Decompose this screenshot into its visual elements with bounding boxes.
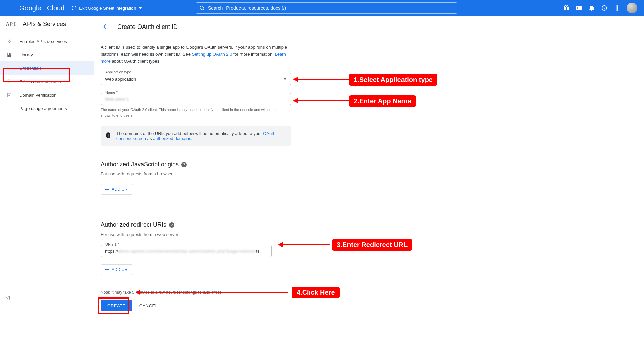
- help-icon[interactable]: ?: [601, 5, 608, 11]
- sidebar-item-label: Library: [19, 52, 33, 57]
- plus-icon: [105, 268, 109, 272]
- sidebar-item-label: Enabled APIs & services: [19, 39, 67, 44]
- credentials-icon: ⊶: [6, 65, 13, 71]
- svg-rect-0: [7, 6, 13, 6]
- sidebar: API APIs & Services ✧ Enabled APIs & ser…: [0, 16, 94, 357]
- enabled-apis-icon: ✧: [6, 38, 13, 45]
- search-label: Search: [208, 5, 223, 11]
- svg-point-11: [565, 6, 566, 7]
- svg-point-4: [75, 6, 76, 7]
- sidebar-item-usage[interactable]: ≣ Page usage agreements: [0, 102, 94, 115]
- library-icon: 𝍎: [6, 51, 13, 58]
- svg-line-7: [203, 9, 204, 10]
- sidebar-item-label: Page usage agreements: [19, 106, 67, 111]
- usage-icon: ≣: [6, 105, 13, 112]
- description: A client ID is used to identify a single…: [101, 44, 292, 65]
- api-logo-icon: API: [6, 21, 17, 28]
- uri1-field: URIs 1 * https://demo.wpmet.com/elements…: [101, 245, 329, 257]
- annotation-arrow-3: [280, 244, 330, 245]
- info-box: i The domains of the URIs you add below …: [101, 126, 291, 146]
- annotation-arrow-2: [295, 100, 349, 101]
- annotation-4: 4.Click Here: [292, 287, 340, 298]
- collapse-sidebar-icon[interactable]: ◁: [6, 295, 10, 300]
- menu-icon[interactable]: [3, 0, 17, 16]
- uri1-label: URIs 1 *: [104, 242, 120, 246]
- search-icon: [199, 5, 205, 11]
- search-input[interactable]: Search Products, resources, docs (/): [196, 2, 457, 14]
- sidebar-item-enabled-apis[interactable]: ✧ Enabled APIs & services: [0, 35, 94, 48]
- svg-text:?: ?: [603, 6, 605, 10]
- sidebar-item-consent[interactable]: ⠿ OAuth consent screen: [0, 75, 94, 88]
- svg-point-3: [72, 6, 73, 7]
- page-header: Create OAuth client ID: [94, 16, 644, 38]
- name-label: Name *: [104, 90, 119, 94]
- svg-rect-13: [576, 6, 582, 10]
- link-authorized-domains[interactable]: authorized domains: [153, 136, 191, 141]
- application-type-label: Application type *: [104, 70, 135, 74]
- annotation-2: 2.Enter App Name: [349, 95, 416, 107]
- js-origins-sub: For use with requests from a browser: [101, 171, 329, 176]
- console-icon[interactable]: [576, 5, 582, 11]
- name-field: Name * The name of your OAuth 2.0 client…: [101, 93, 329, 118]
- sidebar-item-domain[interactable]: ☑ Domain verification: [0, 88, 94, 102]
- project-name: Ekit Google Sheet integration: [79, 6, 136, 11]
- chevron-down-icon: [139, 7, 142, 9]
- content: A client ID is used to identify a single…: [94, 38, 335, 317]
- name-input-wrap: [101, 93, 291, 105]
- application-type-value: Web application: [105, 76, 136, 82]
- domain-icon: ☑: [6, 92, 13, 98]
- sidebar-item-library[interactable]: 𝍎 Library: [0, 48, 94, 61]
- annotation-arrow-4: [138, 292, 288, 293]
- help-icon[interactable]: ?: [169, 222, 174, 228]
- annotation-3: 3.Enter Redicrect URL: [332, 239, 412, 251]
- uri1-input[interactable]: https://demo.wpmet.com/elementskit/wp-ad…: [105, 249, 259, 254]
- project-icon: [72, 6, 76, 10]
- sidebar-item-label: Credentials: [19, 66, 42, 71]
- help-icon[interactable]: ?: [181, 162, 187, 167]
- chevron-down-icon: [283, 78, 287, 80]
- annotation-1: 1.Select Application type: [349, 74, 437, 86]
- name-helper: The name of your OAuth 2.0 client. This …: [101, 107, 288, 118]
- project-selector[interactable]: Ekit Google Sheet integration: [72, 6, 142, 11]
- svg-point-5: [72, 9, 73, 10]
- sidebar-item-label: Domain verification: [19, 93, 57, 98]
- sidebar-item-label: OAuth consent screen: [19, 79, 63, 84]
- header-right: ?: [563, 3, 641, 13]
- cancel-button[interactable]: CANCEL: [139, 303, 158, 308]
- svg-point-18: [616, 9, 618, 11]
- js-origins-title: Authorized JavaScript origins ?: [101, 161, 329, 168]
- top-header: Google Cloud Ekit Google Sheet integrati…: [0, 0, 644, 16]
- add-uri-button-js[interactable]: ADD URI: [101, 184, 133, 195]
- info-icon: i: [106, 132, 110, 138]
- more-icon[interactable]: [614, 5, 621, 11]
- uri1-input-wrap[interactable]: https://demo.wpmet.com/elementskit/wp-ad…: [101, 245, 272, 257]
- page-title: Create OAuth client ID: [117, 23, 178, 31]
- google-cloud-logo[interactable]: Google Cloud: [19, 4, 66, 12]
- avatar[interactable]: [627, 3, 637, 13]
- link-setting-up-oauth[interactable]: Setting up OAuth 2.0: [192, 52, 232, 57]
- svg-point-17: [616, 7, 618, 9]
- gift-icon[interactable]: [563, 5, 570, 11]
- sidebar-item-credentials[interactable]: ⊶ Credentials: [0, 61, 94, 75]
- plus-icon: [105, 187, 109, 191]
- back-arrow-icon[interactable]: [101, 22, 110, 32]
- redirect-title: Authorized redirect URIs ?: [101, 221, 329, 228]
- search-placeholder: Products, resources, docs (/): [226, 5, 286, 11]
- svg-rect-10: [566, 7, 567, 10]
- main: Create OAuth client ID A client ID is us…: [94, 16, 644, 357]
- sidebar-title: APIs & Services: [23, 21, 66, 28]
- svg-point-12: [567, 6, 568, 7]
- create-button[interactable]: CREATE: [101, 300, 132, 311]
- svg-rect-2: [7, 10, 13, 10]
- svg-rect-1: [7, 8, 13, 8]
- bell-icon[interactable]: [588, 5, 595, 11]
- sidebar-header: API APIs & Services: [0, 16, 94, 33]
- application-type-select[interactable]: Web application: [101, 73, 291, 85]
- svg-point-6: [200, 6, 203, 9]
- name-input[interactable]: [105, 97, 287, 102]
- add-uri-button-redirect[interactable]: ADD URI: [101, 264, 133, 275]
- redirect-sub: For use with requests from a web server: [101, 232, 329, 237]
- annotation-arrow-1: [295, 79, 349, 80]
- svg-point-16: [616, 5, 618, 7]
- consent-icon: ⠿: [6, 78, 13, 85]
